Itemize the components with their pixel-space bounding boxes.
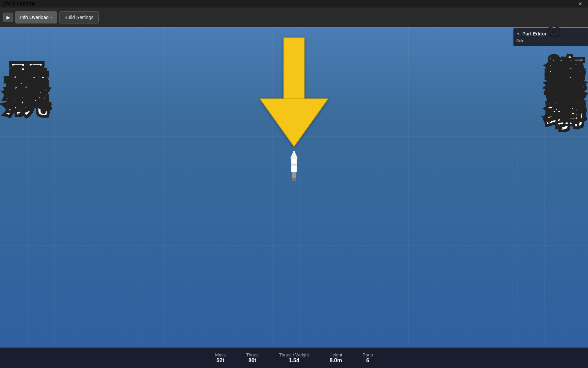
parts-stat: Parts 6 [363,352,373,364]
statusbar: Mass 52t Thrust 80t Thrust / Weight 1.54… [0,348,588,368]
collapse-arrow-icon[interactable]: ▼ [516,31,520,36]
mass-label: Mass [215,352,226,357]
titlebar-text: ght Simulator [3,1,35,7]
part-editor-header: ▼ Part Editor [516,31,585,36]
svg-marker-6 [292,178,296,181]
mass-stat: Mass 52t [215,352,226,364]
height-label: Height [329,352,342,357]
svg-rect-5 [292,172,296,178]
svg-rect-4 [291,164,297,166]
part-editor-subtitle: Sele... [516,39,585,43]
height-value: 8.0m [329,357,342,364]
thrust-value: 80t [248,357,256,364]
mass-value: 52t [216,357,224,364]
close-button[interactable]: ✕ [572,0,588,7]
tw-value: 1.54 [289,357,299,364]
rocket-model [290,150,298,181]
titlebar: ght Simulator ✕ [0,0,588,7]
svg-marker-2 [290,150,298,158]
tw-stat: Thrust / Weight 1.54 [279,352,309,364]
svg-rect-0 [284,37,304,99]
tab-build-label: Build Settings [64,15,94,20]
chevron-down-icon: ▾ [50,16,52,19]
part-editor-title: Part Editor [522,31,547,36]
toolbar: ▶ Info Overload ▾ Build Settings [0,7,588,27]
thrust-stat: Thrust 80t [246,352,259,364]
tab-build-settings[interactable]: Build Settings [59,11,99,24]
canvas-area[interactable]: 航天模拟器 全网最小的火箭。小到看不见。 [0,27,588,348]
tab-info-label: Info Overload [20,15,49,20]
play-icon: ▶ [6,15,10,20]
svg-marker-1 [260,99,328,147]
tw-label: Thrust / Weight [279,352,309,357]
parts-value: 6 [366,357,369,364]
height-stat: Height 8.0m [329,352,342,364]
thrust-label: Thrust [246,352,259,357]
part-editor-panel: ▼ Part Editor Sele... [513,28,588,46]
play-button[interactable]: ▶ [3,13,13,22]
parts-label: Parts [363,352,373,357]
arrow-indicator [260,37,328,148]
tab-info-overload[interactable]: Info Overload ▾ [15,11,57,24]
